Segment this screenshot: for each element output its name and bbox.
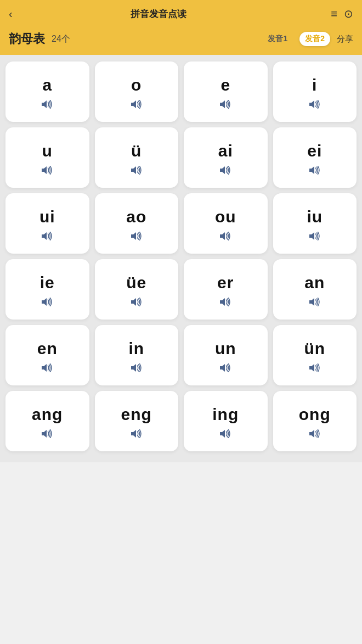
sound-icon-an[interactable] [309, 298, 321, 309]
svg-marker-1 [131, 100, 136, 108]
sound-icon-ing[interactable] [219, 429, 231, 441]
sound-icon-ie[interactable] [41, 298, 53, 309]
sound-icon-üe[interactable] [131, 298, 143, 309]
svg-marker-14 [220, 298, 225, 306]
card-text-eng: eng [121, 405, 152, 424]
svg-marker-19 [309, 364, 314, 372]
card-i[interactable]: i [273, 61, 357, 122]
card-üe[interactable]: üe [95, 259, 179, 320]
card-ün[interactable]: ün [273, 325, 357, 385]
card-text-ui: ui [39, 208, 55, 226]
sound-icon-e[interactable] [219, 100, 231, 111]
card-en[interactable]: en [5, 325, 89, 385]
card-text-er: er [217, 273, 234, 292]
svg-marker-21 [131, 430, 136, 438]
card-text-ün: ün [304, 339, 325, 358]
card-text-ao: ao [126, 208, 146, 226]
list-icon[interactable]: ≡ [331, 8, 337, 20]
card-ao[interactable]: ao [95, 193, 179, 254]
card-er[interactable]: er [184, 259, 268, 320]
card-text-e: e [220, 76, 230, 94]
svg-marker-2 [220, 100, 225, 108]
card-ang[interactable]: ang [5, 391, 89, 451]
section-count: 24个 [52, 33, 70, 45]
sound-icon-ü[interactable] [131, 166, 143, 177]
card-ong[interactable]: ong [273, 391, 357, 451]
svg-marker-6 [220, 166, 225, 174]
pronunciation1-button[interactable]: 发音1 [262, 32, 293, 46]
card-iu[interactable]: iu [273, 193, 357, 254]
sound-icon-eng[interactable] [131, 429, 143, 441]
page-title: 拼音发音点读 [19, 8, 298, 20]
card-u[interactable]: u [5, 127, 89, 188]
card-text-ü: ü [131, 142, 142, 160]
sound-icon-ui[interactable] [41, 232, 53, 243]
card-text-an: an [304, 273, 325, 292]
card-text-ing: ing [212, 405, 239, 424]
sound-icon-i[interactable] [309, 100, 321, 111]
top-bar: ‹ 拼音发音点读 ≡ ⊙ [0, 0, 362, 27]
sound-icon-er[interactable] [219, 298, 231, 309]
card-ou[interactable]: ou [184, 193, 268, 254]
sound-icon-iu[interactable] [309, 232, 321, 243]
card-text-ou: ou [215, 208, 236, 226]
card-eng[interactable]: eng [95, 391, 179, 451]
sound-icon-un[interactable] [219, 363, 231, 375]
card-text-ong: ong [299, 405, 331, 424]
sound-icon-ang[interactable] [41, 429, 53, 441]
svg-marker-20 [42, 430, 47, 438]
pronunciation2-button[interactable]: 发音2 [299, 32, 330, 46]
card-ai[interactable]: ai [184, 127, 268, 188]
circle-icon[interactable]: ⊙ [344, 7, 353, 20]
sound-icon-ou[interactable] [219, 232, 231, 243]
card-ui[interactable]: ui [5, 193, 89, 254]
sound-icon-ai[interactable] [219, 166, 231, 177]
svg-marker-4 [42, 166, 47, 174]
card-text-ie: ie [40, 273, 55, 292]
card-ü[interactable]: ü [95, 127, 179, 188]
sound-icon-a[interactable] [41, 100, 53, 111]
top-icons: ≡ ⊙ [331, 7, 353, 20]
sound-icon-in[interactable] [131, 363, 143, 375]
svg-marker-0 [42, 100, 47, 108]
card-in[interactable]: in [95, 325, 179, 385]
sound-icon-ei[interactable] [309, 166, 321, 177]
card-a[interactable]: a [5, 61, 89, 122]
sound-icon-ün[interactable] [309, 363, 321, 375]
svg-marker-18 [220, 364, 225, 372]
card-text-a: a [42, 76, 52, 94]
sound-icon-ao[interactable] [131, 232, 143, 243]
svg-marker-16 [42, 364, 47, 372]
svg-marker-10 [220, 232, 225, 240]
svg-marker-9 [131, 232, 136, 240]
card-text-u: u [42, 142, 53, 160]
svg-marker-23 [309, 430, 314, 438]
card-ei[interactable]: ei [273, 127, 357, 188]
card-text-üe: üe [126, 273, 146, 292]
section-title: 韵母表 [9, 31, 45, 47]
card-ing[interactable]: ing [184, 391, 268, 451]
card-text-iu: iu [307, 208, 323, 226]
sound-icon-u[interactable] [41, 166, 53, 177]
svg-marker-3 [309, 100, 314, 108]
sound-icon-o[interactable] [131, 100, 143, 111]
card-un[interactable]: un [184, 325, 268, 385]
svg-marker-17 [131, 364, 136, 372]
svg-marker-13 [131, 298, 136, 306]
card-text-ei: ei [307, 142, 322, 160]
card-grid: a o e i u ü ai ei ui [0, 55, 362, 462]
card-an[interactable]: an [273, 259, 357, 320]
card-ie[interactable]: ie [5, 259, 89, 320]
card-o[interactable]: o [95, 61, 179, 122]
sound-icon-en[interactable] [41, 363, 53, 375]
sound-icon-ong[interactable] [309, 429, 321, 441]
card-text-un: un [215, 339, 236, 358]
back-button[interactable]: ‹ [9, 8, 13, 20]
card-text-ang: ang [32, 405, 63, 424]
card-e[interactable]: e [184, 61, 268, 122]
svg-marker-12 [42, 298, 47, 306]
card-text-en: en [37, 339, 58, 358]
share-button[interactable]: 分享 [337, 34, 353, 44]
svg-marker-22 [220, 430, 225, 438]
svg-marker-15 [309, 298, 314, 306]
